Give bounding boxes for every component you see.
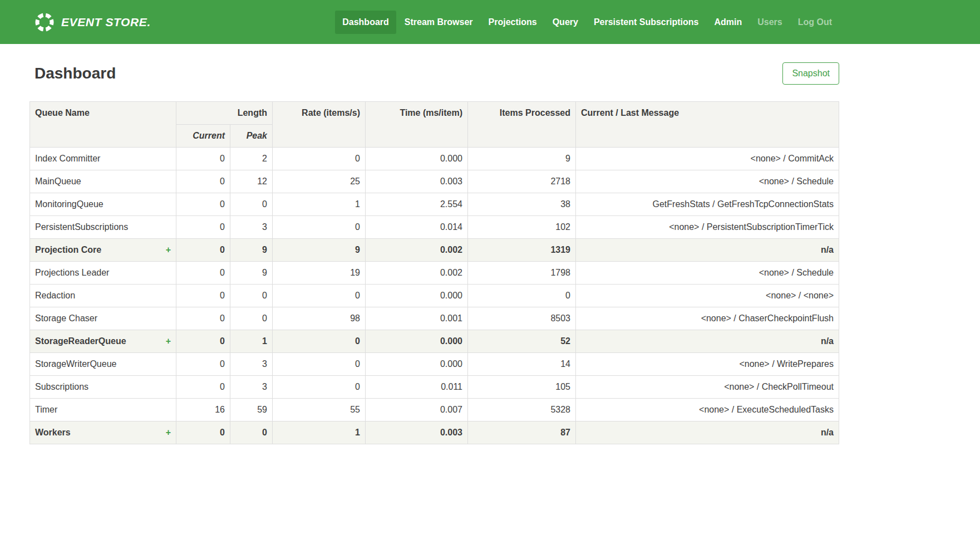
message-cell: <none> / CheckPollTimeout: [576, 376, 839, 399]
current-cell: 0: [176, 421, 230, 444]
queue-name-cell: Projection Core +: [30, 239, 176, 262]
current-cell: 0: [176, 330, 230, 353]
col-header-current: Current: [176, 125, 230, 148]
queue-row: Redaction 0 0 0 0.000 0 <none> / <none>: [30, 285, 839, 307]
nav-item-stream-browser[interactable]: Stream Browser: [397, 11, 480, 34]
page-title: Dashboard: [35, 65, 116, 82]
eventstore-logo[interactable]: EVENT STORE.: [29, 12, 151, 33]
items-processed-cell: 2718: [468, 170, 576, 193]
expand-icon[interactable]: +: [162, 336, 171, 346]
queue-row: Index Committer 0 2 0 0.000 9 <none> / C…: [30, 148, 839, 170]
col-header-length: Length: [176, 102, 273, 125]
rate-cell: 9: [273, 239, 366, 262]
rate-cell: 0: [273, 353, 366, 376]
main-content: Dashboard Snapshot Queue Name Length Rat…: [29, 62, 839, 444]
queue-name-cell: StorageWriterQueue: [30, 353, 176, 376]
time-cell: 2.554: [366, 193, 468, 216]
items-processed-cell: 102: [468, 216, 576, 239]
nav-item-projections[interactable]: Projections: [481, 11, 544, 34]
navbar: EVENT STORE. Dashboard Stream Browser Pr…: [0, 0, 980, 44]
page-header: Dashboard Snapshot: [29, 62, 839, 85]
rate-cell: 25: [273, 170, 366, 193]
main-nav: Dashboard Stream Browser Projections Que…: [335, 11, 839, 34]
queue-name-cell: Storage Chaser: [30, 307, 176, 330]
rate-cell: 1: [273, 421, 366, 444]
items-processed-cell: 105: [468, 376, 576, 399]
items-processed-cell: 87: [468, 421, 576, 444]
rate-cell: 0: [273, 148, 366, 170]
nav-item-log-out[interactable]: Log Out: [791, 11, 839, 34]
peak-cell: 0: [230, 307, 273, 330]
peak-cell: 1: [230, 330, 273, 353]
queue-name-cell: Projections Leader: [30, 262, 176, 285]
col-header-queue-name: Queue Name: [30, 102, 176, 148]
queue-name-cell: Workers +: [30, 421, 176, 444]
time-cell: 0.003: [366, 421, 468, 444]
time-cell: 0.000: [366, 330, 468, 353]
queues-table: Queue Name Length Rate (items/s) Time (m…: [29, 101, 839, 444]
snapshot-button[interactable]: Snapshot: [782, 62, 839, 85]
queue-group-row[interactable]: StorageReaderQueue + 0 1 0 0.000 52 n/a: [30, 330, 839, 353]
message-cell: <none> / CommitAck: [576, 148, 839, 170]
nav-item-admin[interactable]: Admin: [707, 11, 749, 34]
queue-name-cell: MainQueue: [30, 170, 176, 193]
queue-name-cell: Timer: [30, 399, 176, 421]
nav-item-dashboard[interactable]: Dashboard: [335, 11, 396, 34]
expand-icon[interactable]: +: [162, 245, 171, 255]
current-cell: 16: [176, 399, 230, 421]
navbar-inner: EVENT STORE. Dashboard Stream Browser Pr…: [29, 11, 839, 34]
peak-cell: 59: [230, 399, 273, 421]
message-cell: <none> / PersistentSubscriptionTimerTick: [576, 216, 839, 239]
rate-cell: 55: [273, 399, 366, 421]
rate-cell: 0: [273, 285, 366, 307]
rate-cell: 0: [273, 216, 366, 239]
time-cell: 0.000: [366, 148, 468, 170]
message-cell: <none> / Schedule: [576, 170, 839, 193]
queue-row: MonitoringQueue 0 0 1 2.554 38 GetFreshS…: [30, 193, 839, 216]
nav-item-persistent-subscriptions[interactable]: Persistent Subscriptions: [587, 11, 706, 34]
message-cell: n/a: [576, 239, 839, 262]
peak-cell: 12: [230, 170, 273, 193]
message-cell: n/a: [576, 421, 839, 444]
message-cell: n/a: [576, 330, 839, 353]
col-header-message: Current / Last Message: [576, 102, 839, 148]
col-header-items-processed: Items Processed: [468, 102, 576, 148]
message-cell: <none> / <none>: [576, 285, 839, 307]
current-cell: 0: [176, 353, 230, 376]
queue-name-cell: StorageReaderQueue +: [30, 330, 176, 353]
queue-row: Timer 16 59 55 0.007 5328 <none> / Execu…: [30, 399, 839, 421]
peak-cell: 9: [230, 262, 273, 285]
eventstore-logo-icon: [34, 12, 55, 33]
message-cell: <none> / ExecuteScheduledTasks: [576, 399, 839, 421]
peak-cell: 2: [230, 148, 273, 170]
peak-cell: 3: [230, 353, 273, 376]
peak-cell: 3: [230, 376, 273, 399]
time-cell: 0.007: [366, 399, 468, 421]
nav-item-users[interactable]: Users: [750, 11, 789, 34]
rate-cell: 19: [273, 262, 366, 285]
current-cell: 0: [176, 193, 230, 216]
queue-row: StorageWriterQueue 0 3 0 0.000 14 <none>…: [30, 353, 839, 376]
time-cell: 0.000: [366, 353, 468, 376]
queue-name-cell: Redaction: [30, 285, 176, 307]
expand-icon[interactable]: +: [162, 428, 171, 438]
message-cell: GetFreshStats / GetFreshTcpConnectionSta…: [576, 193, 839, 216]
queue-group-row[interactable]: Projection Core + 0 9 9 0.002 1319 n/a: [30, 239, 839, 262]
items-processed-cell: 9: [468, 148, 576, 170]
current-cell: 0: [176, 285, 230, 307]
current-cell: 0: [176, 262, 230, 285]
message-cell: <none> / ChaserCheckpointFlush: [576, 307, 839, 330]
rate-cell: 0: [273, 376, 366, 399]
current-cell: 0: [176, 170, 230, 193]
queue-name-cell: Index Committer: [30, 148, 176, 170]
queue-group-row[interactable]: Workers + 0 0 1 0.003 87 n/a: [30, 421, 839, 444]
queue-row: PersistentSubscriptions 0 3 0 0.014 102 …: [30, 216, 839, 239]
current-cell: 0: [176, 307, 230, 330]
peak-cell: 3: [230, 216, 273, 239]
current-cell: 0: [176, 148, 230, 170]
queue-name-label: Projection Core: [35, 245, 101, 255]
items-processed-cell: 14: [468, 353, 576, 376]
queue-row: Storage Chaser 0 0 98 0.001 8503 <none> …: [30, 307, 839, 330]
nav-item-query[interactable]: Query: [545, 11, 585, 34]
message-cell: <none> / Schedule: [576, 262, 839, 285]
